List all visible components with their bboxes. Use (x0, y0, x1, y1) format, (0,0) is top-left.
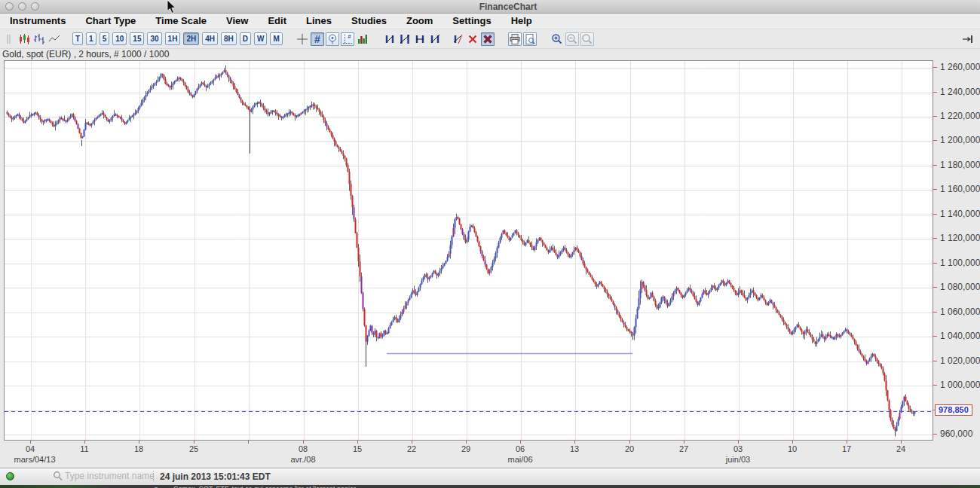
time-axis-tick (139, 441, 139, 444)
connection-status-led (6, 472, 14, 480)
menu-item-zoom[interactable]: Zoom (397, 14, 443, 29)
trend-line-icon[interactable] (398, 32, 412, 46)
pin-toolbar-icon[interactable] (961, 32, 975, 46)
time-axis-tick (520, 441, 521, 444)
menu-item-lines[interactable]: Lines (296, 14, 341, 29)
time-axis-label: 18 (129, 444, 149, 453)
time-axis-tick (248, 441, 249, 444)
timeframe-button-w[interactable]: W (254, 32, 267, 45)
statusbar-separator (153, 471, 154, 481)
menu-item-help[interactable]: Help (501, 14, 542, 29)
time-axis-tick (792, 441, 793, 444)
line-chart-icon[interactable] (47, 32, 61, 46)
search-icon (53, 471, 63, 482)
instrument-search-input[interactable] (63, 470, 161, 482)
price-axis-tick (933, 214, 937, 215)
timeframe-button-10[interactable]: 10 (112, 32, 127, 45)
price-axis-label: 1 180,000 (940, 160, 980, 170)
timeframe-button-30[interactable]: 30 (147, 32, 161, 45)
svg-text:#: # (348, 33, 351, 40)
price-chart-canvas[interactable] (4, 60, 933, 441)
crosshair-icon[interactable] (296, 32, 309, 46)
axis-values-icon[interactable]: # (341, 32, 354, 46)
zoom-reset-icon[interactable] (580, 32, 594, 46)
time-axis-month-label: juin/03 (704, 455, 772, 464)
time-axis-label: 24 (891, 444, 911, 453)
time-axis-tick (412, 441, 412, 444)
time-axis-tick (84, 441, 85, 444)
timeframe-button-t[interactable]: T (72, 32, 83, 45)
mouse-cursor (167, 0, 177, 14)
instrument-header: Gold, spot (EUR) , 2 hours, # 1000 / 100… (2, 49, 169, 59)
time-axis-label: 08 (293, 444, 313, 453)
menu-item-settings[interactable]: Settings (443, 14, 501, 29)
menu-item-instruments[interactable]: Instruments (0, 14, 75, 29)
menu-item-view[interactable]: View (216, 14, 258, 29)
trend-hsegment-icon[interactable] (413, 32, 427, 46)
chart-area: Gold, spot (EUR) , 2 hours, # 1000 / 100… (0, 49, 980, 468)
price-axis-label: 1 260,000 (940, 62, 980, 72)
price-axis-tick (933, 189, 937, 190)
timeframe-button-2h[interactable]: 2H (183, 32, 199, 45)
time-axis-tick (629, 441, 630, 444)
timeframe-button-1[interactable]: 1 (86, 32, 96, 45)
price-axis-label: 960,000 (940, 429, 972, 439)
time-axis-label: 11 (75, 444, 94, 453)
grid-icon[interactable]: # (311, 32, 324, 46)
timeframe-button-m[interactable]: M (270, 32, 282, 45)
price-axis-tick (933, 361, 937, 361)
time-axis-month-label: mai/06 (486, 455, 554, 464)
volume-icon[interactable] (356, 32, 369, 46)
edit-trend-icon[interactable] (451, 32, 464, 46)
zoom-out-icon[interactable] (565, 32, 579, 46)
last-price-tag: 978,850 (935, 404, 972, 416)
delete-trend-icon[interactable] (466, 32, 479, 46)
candlestick-chart-icon[interactable] (17, 32, 31, 46)
timeframe-button-4h[interactable]: 4H (202, 32, 218, 45)
time-axis-tick (194, 441, 194, 444)
price-axis-tick (933, 434, 937, 435)
timeframe-button-d[interactable]: D (240, 32, 251, 45)
timeframe-button-15[interactable]: 15 (130, 32, 144, 45)
time-axis-label: 20 (620, 444, 639, 453)
time-axis-label: 22 (402, 444, 421, 453)
menu-item-studies[interactable]: Studies (341, 14, 397, 29)
price-axis-label: 1 100,000 (940, 258, 980, 268)
time-axis-month-label: mars/04/13 (1, 455, 69, 464)
menu-bar: InstrumentsChart TypeTime ScaleViewEditL… (0, 14, 980, 29)
timeframe-button-8h[interactable]: 8H (221, 32, 237, 45)
price-axis-tick (933, 238, 937, 239)
menu-item-edit[interactable]: Edit (258, 14, 296, 29)
time-axis-tick (30, 441, 31, 444)
window-titlebar: FinanceChart (0, 0, 980, 14)
price-axis-tick (933, 385, 937, 386)
time-axis-label: 25 (184, 444, 204, 453)
price-axis-tick (933, 287, 937, 288)
price-axis-label: 1 060,000 (940, 307, 980, 317)
background-window-text: Comex, COT, ETF, tout ce qui concerne l'… (173, 485, 357, 488)
time-axis-label: 10 (782, 444, 802, 453)
delete-all-trends-icon[interactable] (481, 32, 495, 46)
time-axis-label: 15 (348, 444, 367, 453)
trend-ray-icon[interactable] (428, 32, 442, 46)
price-bubble-icon[interactable] (326, 32, 339, 46)
menu-item-chart-type[interactable]: Chart Type (75, 14, 145, 29)
ohlc-chart-icon[interactable] (32, 32, 46, 46)
background-window-icon: ▾ (155, 485, 158, 488)
timeframe-button-5[interactable]: 5 (100, 32, 110, 45)
trend-segment-icon[interactable] (383, 32, 397, 46)
time-axis-tick (684, 441, 684, 444)
print-icon[interactable] (508, 32, 522, 46)
price-axis-label: 1 040,000 (940, 331, 980, 341)
time-axis-month-label: avr./08 (269, 455, 337, 464)
toolbar-handle-icon (2, 32, 16, 46)
timeframe-button-1h[interactable]: 1H (165, 32, 181, 45)
time-axis-tick (574, 441, 575, 444)
desktop-wallpaper-left (0, 485, 115, 488)
zoom-in-icon[interactable] (550, 32, 564, 46)
time-axis-tick (303, 441, 304, 444)
menu-item-time-scale[interactable]: Time Scale (145, 14, 216, 29)
price-axis-label: 1 020,000 (940, 355, 980, 366)
price-axis-label: 1 120,000 (940, 233, 980, 243)
print-preview-icon[interactable] (523, 32, 537, 46)
